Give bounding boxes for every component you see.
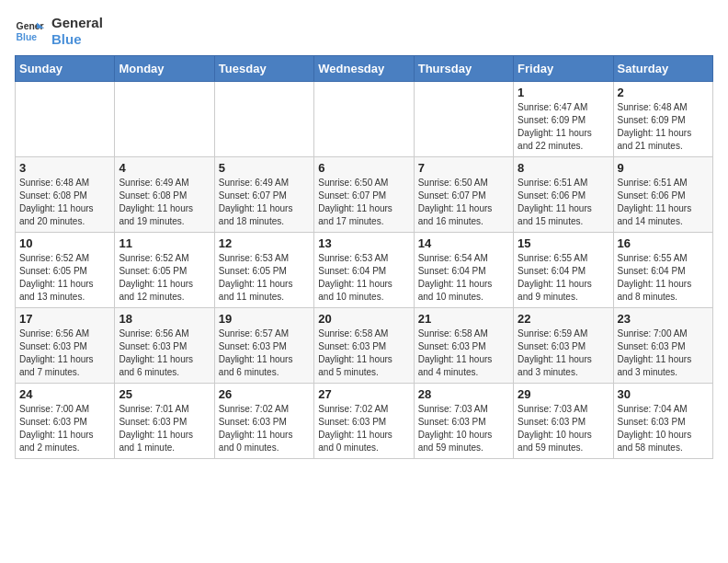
calendar-week-row: 17Sunrise: 6:56 AM Sunset: 6:03 PM Dayli… (16, 308, 713, 384)
weekday-header: Monday (115, 56, 214, 82)
day-info: Sunrise: 6:47 AM Sunset: 6:09 PM Dayligh… (518, 101, 609, 153)
calendar-cell: 12Sunrise: 6:53 AM Sunset: 6:05 PM Dayli… (214, 233, 313, 308)
logo-general: General (51, 15, 103, 31)
weekday-header: Saturday (613, 56, 712, 82)
page-header: General Blue General Blue (15, 15, 713, 48)
logo: General Blue General Blue (15, 15, 103, 48)
calendar-cell: 1Sunrise: 6:47 AM Sunset: 6:09 PM Daylig… (514, 82, 613, 157)
day-number: 4 (119, 161, 210, 175)
day-info: Sunrise: 6:56 AM Sunset: 6:03 PM Dayligh… (19, 327, 110, 379)
day-info: Sunrise: 6:53 AM Sunset: 6:05 PM Dayligh… (219, 252, 310, 304)
calendar-cell (16, 82, 115, 157)
day-info: Sunrise: 6:58 AM Sunset: 6:03 PM Dayligh… (318, 327, 409, 379)
calendar-cell: 25Sunrise: 7:01 AM Sunset: 6:03 PM Dayli… (115, 384, 214, 459)
day-number: 18 (119, 312, 210, 326)
day-number: 9 (618, 161, 709, 175)
calendar-cell: 2Sunrise: 6:48 AM Sunset: 6:09 PM Daylig… (613, 82, 712, 157)
calendar-cell: 9Sunrise: 6:51 AM Sunset: 6:06 PM Daylig… (613, 157, 712, 233)
calendar-header: SundayMondayTuesdayWednesdayThursdayFrid… (16, 56, 713, 82)
calendar-cell (414, 82, 513, 157)
day-info: Sunrise: 7:01 AM Sunset: 6:03 PM Dayligh… (119, 403, 210, 454)
weekday-header: Tuesday (214, 56, 313, 82)
day-number: 21 (418, 312, 509, 326)
day-info: Sunrise: 6:57 AM Sunset: 6:03 PM Dayligh… (219, 327, 310, 379)
calendar-cell: 15Sunrise: 6:55 AM Sunset: 6:04 PM Dayli… (514, 233, 613, 308)
calendar-cell: 3Sunrise: 6:48 AM Sunset: 6:08 PM Daylig… (16, 157, 115, 233)
day-info: Sunrise: 7:00 AM Sunset: 6:03 PM Dayligh… (19, 403, 110, 454)
calendar-cell: 18Sunrise: 6:56 AM Sunset: 6:03 PM Dayli… (115, 308, 214, 384)
calendar-cell: 30Sunrise: 7:04 AM Sunset: 6:03 PM Dayli… (613, 384, 712, 459)
day-info: Sunrise: 6:54 AM Sunset: 6:04 PM Dayligh… (418, 252, 509, 304)
day-number: 14 (418, 236, 509, 250)
weekday-header: Sunday (16, 56, 115, 82)
calendar-cell: 29Sunrise: 7:03 AM Sunset: 6:03 PM Dayli… (514, 384, 613, 459)
header-row: SundayMondayTuesdayWednesdayThursdayFrid… (16, 56, 713, 82)
calendar-week-row: 1Sunrise: 6:47 AM Sunset: 6:09 PM Daylig… (16, 82, 713, 157)
day-info: Sunrise: 6:48 AM Sunset: 6:09 PM Dayligh… (618, 101, 709, 153)
day-number: 8 (518, 161, 609, 175)
day-number: 25 (119, 387, 210, 401)
calendar-cell: 14Sunrise: 6:54 AM Sunset: 6:04 PM Dayli… (414, 233, 513, 308)
calendar-week-row: 24Sunrise: 7:00 AM Sunset: 6:03 PM Dayli… (16, 384, 713, 459)
day-info: Sunrise: 6:58 AM Sunset: 6:03 PM Dayligh… (418, 327, 509, 379)
day-info: Sunrise: 6:51 AM Sunset: 6:06 PM Dayligh… (518, 177, 609, 228)
svg-text:Blue: Blue (17, 32, 38, 42)
day-info: Sunrise: 6:53 AM Sunset: 6:04 PM Dayligh… (318, 252, 409, 304)
day-number: 26 (219, 387, 310, 401)
calendar-cell (214, 82, 313, 157)
calendar-cell: 8Sunrise: 6:51 AM Sunset: 6:06 PM Daylig… (514, 157, 613, 233)
calendar-cell: 11Sunrise: 6:52 AM Sunset: 6:05 PM Dayli… (115, 233, 214, 308)
calendar-cell: 24Sunrise: 7:00 AM Sunset: 6:03 PM Dayli… (16, 384, 115, 459)
logo-wordmark: General Blue (51, 15, 103, 48)
day-info: Sunrise: 6:49 AM Sunset: 6:07 PM Dayligh… (219, 177, 310, 228)
day-number: 12 (219, 236, 310, 250)
day-number: 11 (119, 236, 210, 250)
day-number: 28 (418, 387, 509, 401)
day-number: 19 (219, 312, 310, 326)
day-info: Sunrise: 6:52 AM Sunset: 6:05 PM Dayligh… (119, 252, 210, 304)
day-number: 1 (518, 86, 609, 99)
day-number: 20 (318, 312, 409, 326)
logo-icon: General Blue (15, 17, 44, 46)
calendar-cell (314, 82, 414, 157)
day-info: Sunrise: 6:50 AM Sunset: 6:07 PM Dayligh… (318, 177, 409, 228)
day-number: 13 (318, 236, 409, 250)
day-info: Sunrise: 6:49 AM Sunset: 6:08 PM Dayligh… (119, 177, 210, 228)
day-number: 17 (19, 312, 110, 326)
calendar-cell: 23Sunrise: 7:00 AM Sunset: 6:03 PM Dayli… (613, 308, 712, 384)
day-info: Sunrise: 7:03 AM Sunset: 6:03 PM Dayligh… (418, 403, 509, 454)
calendar-cell: 13Sunrise: 6:53 AM Sunset: 6:04 PM Dayli… (314, 233, 414, 308)
calendar-cell: 4Sunrise: 6:49 AM Sunset: 6:08 PM Daylig… (115, 157, 214, 233)
calendar-cell: 20Sunrise: 6:58 AM Sunset: 6:03 PM Dayli… (314, 308, 414, 384)
day-number: 22 (518, 312, 609, 326)
day-info: Sunrise: 6:56 AM Sunset: 6:03 PM Dayligh… (119, 327, 210, 379)
logo-blue: Blue (51, 31, 103, 48)
calendar-cell: 22Sunrise: 6:59 AM Sunset: 6:03 PM Dayli… (514, 308, 613, 384)
calendar-cell: 7Sunrise: 6:50 AM Sunset: 6:07 PM Daylig… (414, 157, 513, 233)
calendar-cell: 6Sunrise: 6:50 AM Sunset: 6:07 PM Daylig… (314, 157, 414, 233)
weekday-header: Friday (514, 56, 613, 82)
calendar-cell: 19Sunrise: 6:57 AM Sunset: 6:03 PM Dayli… (214, 308, 313, 384)
day-number: 7 (418, 161, 509, 175)
day-number: 3 (19, 161, 110, 175)
day-info: Sunrise: 6:52 AM Sunset: 6:05 PM Dayligh… (19, 252, 110, 304)
weekday-header: Thursday (414, 56, 513, 82)
day-info: Sunrise: 6:55 AM Sunset: 6:04 PM Dayligh… (618, 252, 709, 304)
calendar-cell: 16Sunrise: 6:55 AM Sunset: 6:04 PM Dayli… (613, 233, 712, 308)
day-number: 15 (518, 236, 609, 250)
day-info: Sunrise: 7:02 AM Sunset: 6:03 PM Dayligh… (318, 403, 409, 454)
calendar-week-row: 3Sunrise: 6:48 AM Sunset: 6:08 PM Daylig… (16, 157, 713, 233)
calendar-week-row: 10Sunrise: 6:52 AM Sunset: 6:05 PM Dayli… (16, 233, 713, 308)
calendar-cell: 26Sunrise: 7:02 AM Sunset: 6:03 PM Dayli… (214, 384, 313, 459)
day-number: 16 (618, 236, 709, 250)
day-info: Sunrise: 6:59 AM Sunset: 6:03 PM Dayligh… (518, 327, 609, 379)
day-number: 27 (318, 387, 409, 401)
calendar-cell: 17Sunrise: 6:56 AM Sunset: 6:03 PM Dayli… (16, 308, 115, 384)
day-number: 29 (518, 387, 609, 401)
day-number: 10 (19, 236, 110, 250)
calendar-cell (115, 82, 214, 157)
day-info: Sunrise: 6:55 AM Sunset: 6:04 PM Dayligh… (518, 252, 609, 304)
day-number: 5 (219, 161, 310, 175)
day-info: Sunrise: 7:02 AM Sunset: 6:03 PM Dayligh… (219, 403, 310, 454)
day-number: 6 (318, 161, 409, 175)
